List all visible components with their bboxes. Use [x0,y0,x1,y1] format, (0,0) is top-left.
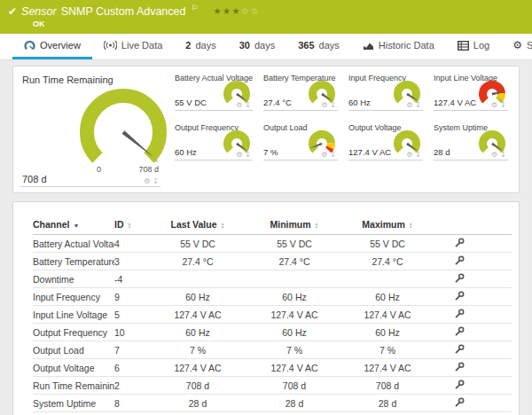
cell-channel[interactable]: Downtime [33,270,114,288]
tab-365-days[interactable]: 365days [286,34,351,59]
pin-icon[interactable]: ↧ [500,152,506,159]
channel-settings-button[interactable] [428,341,490,359]
cell-channel[interactable]: Output Voltage [33,359,114,377]
cell-id: 7 [114,341,153,359]
column-header-channel[interactable]: Channel▼ [33,216,114,235]
gauge-title: Run Time Remaining [20,72,160,85]
channel-settings-button[interactable] [428,359,490,377]
pin-icon[interactable]: ↧ [153,178,159,185]
gear-icon[interactable]: ⚙ [491,102,497,109]
flag-icon[interactable]: ⚐ [191,4,198,12]
cell-filler [490,377,512,395]
channel-settings-button[interactable] [428,235,490,253]
column-label: Last Value [171,219,217,230]
column-label: Maximum [362,219,404,230]
gauge-tile-input-line-voltage[interactable]: Input Line Voltage127.4 V AC⚙↧ [434,72,508,111]
cell-id: 8 [114,395,153,412]
channel-settings-button[interactable] [428,324,490,341]
tab-2-days[interactable]: 2days [174,34,227,59]
tab-30-days[interactable]: 30days [228,34,287,59]
cell-maximum: 60 Hz [347,288,428,306]
channels-panel: Channel▼ID▲▼Last Value▲▼Minimum▲▼Maximum… [12,201,520,415]
cell-last-value: 55 V DC [153,235,242,253]
star-icon[interactable]: ★ [214,6,223,16]
sort-desc-icon: ▼ [73,223,79,229]
pin-icon[interactable]: ↧ [245,102,251,109]
cell-channel[interactable]: Input Frequency [33,288,114,306]
channel-settings-button[interactable] [428,253,490,270]
tab-label: Live Data [121,40,162,51]
gauge-tile-input-frequency[interactable]: Input Frequency60 Hz⚙↧ [348,72,423,111]
gauge-mini-actions: ⚙↧ [406,152,421,159]
channel-settings-button[interactable] [428,377,490,395]
gauge-tile-output-load[interactable]: Output Load7 %⚙↧ [263,121,338,161]
gear-icon[interactable]: ⚙ [321,102,327,109]
gauge-tile-output-frequency[interactable]: Output Frequency60 Hz⚙↧ [175,121,253,161]
tab-overview[interactable]: Overview [12,34,92,59]
gauge-value: 60 Hz [175,147,197,157]
pin-icon[interactable]: ↧ [245,152,251,159]
cell-last-value [153,270,242,288]
column-header-maximum[interactable]: Maximum▲▼ [347,216,428,235]
status-ok-check-icon: ✔ [8,6,17,17]
cell-minimum: 127.4 V AC [242,306,347,324]
gauge-tile-output-voltage[interactable]: Output Voltage127.4 V AC⚙↧ [348,121,423,161]
channel-settings-button[interactable] [428,288,490,306]
gear-icon[interactable]: ⚙ [321,152,327,159]
sort-icon: ▲▼ [409,222,413,229]
tab-historic-data[interactable]: Historic Data [351,34,446,59]
cell-channel[interactable]: Output Frequency [33,324,114,341]
cell-channel[interactable]: Battery Actual Voltage [33,235,114,253]
star-icon[interactable]: ☆ [250,6,259,16]
column-label: ID [114,219,124,230]
cell-channel[interactable]: Output Load [33,341,114,359]
gauge-value: 127.4 V AC [348,147,391,157]
pin-icon[interactable]: ↧ [415,152,421,159]
cell-channel[interactable]: System Uptime [33,395,114,412]
cell-minimum: 127.4 V AC [242,359,347,377]
gauge-tile-battery-actual-voltage[interactable]: Battery Actual Voltage55 V DC⚙↧ [175,72,253,111]
gauge-value: 127.4 V AC [434,98,476,107]
tab-label: days [195,40,215,51]
gauge-tile-battery-temperature[interactable]: Battery Temperature27.4 °C⚙↧ [263,72,338,111]
settings-icon: ⚙ [512,40,522,51]
pin-icon[interactable]: ↧ [500,102,506,109]
tab-settings[interactable]: ⚙Settings [501,34,532,59]
cell-filler [490,359,512,377]
channel-settings-button[interactable] [428,395,490,412]
tab-live-data[interactable]: Live Data [92,34,174,59]
column-header-last-value[interactable]: Last Value▲▼ [153,216,242,235]
cell-channel[interactable]: Run Time Remaining [33,377,114,395]
pin-icon[interactable]: ↧ [330,152,336,159]
column-header-minimum[interactable]: Minimum▲▼ [242,216,347,235]
star-icon[interactable]: ★ [223,6,231,16]
star-icon[interactable]: ☆ [241,6,250,16]
table-row-input-frequency: Input Frequency960 Hz60 Hz60 Hz [33,288,512,306]
gear-icon[interactable]: ⚙ [406,152,412,159]
gear-icon[interactable]: ⚙ [236,102,242,109]
sensor-title-line: ✔ Sensor SNMP Custom Advanced ⚐ ★★★☆☆ [8,5,532,18]
pin-icon[interactable]: ↧ [330,102,336,109]
table-row-output-frequency: Output Frequency1060 Hz60 Hz60 Hz [33,324,512,341]
table-row-system-uptime: System Uptime828 d28 d28 d [33,395,512,412]
pin-icon[interactable]: ↧ [415,102,421,109]
cell-channel[interactable]: Input Line Voltage [33,306,114,324]
channel-settings-button[interactable] [428,306,490,324]
cell-channel[interactable]: Battery Temperature [33,253,114,270]
gear-icon[interactable]: ⚙ [406,102,412,109]
gauge-tile-run-time-remaining[interactable]: Run Time Remaining 0 708 d x 708 d ⚙↧ [20,72,160,187]
priority-stars[interactable]: ★★★☆☆ [214,7,260,16]
tab-log[interactable]: Log [446,34,501,59]
cell-filler [490,306,512,324]
tab-label: Overview [40,40,81,51]
gear-icon[interactable]: ⚙ [491,152,497,159]
channel-settings-button[interactable] [428,270,490,288]
gear-icon[interactable]: ⚙ [144,178,150,185]
gear-icon[interactable]: ⚙ [236,152,242,159]
column-header-id[interactable]: ID▲▼ [114,216,153,235]
star-icon[interactable]: ★ [232,6,241,16]
tab-label: Log [473,40,489,51]
cell-id: 9 [114,288,153,306]
gauge-tile-system-uptime[interactable]: System Uptime28 d⚙↧ [434,121,508,161]
gauge-mini-actions: ⚙↧ [406,102,421,109]
